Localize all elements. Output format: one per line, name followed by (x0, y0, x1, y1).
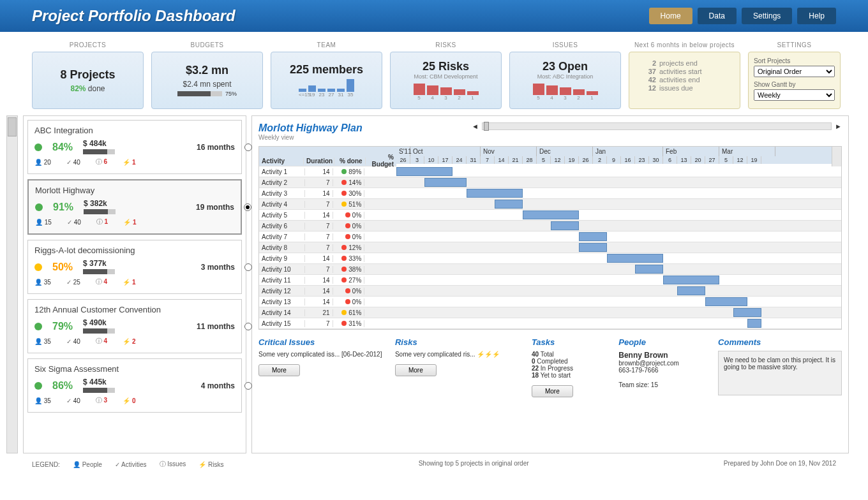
project-card[interactable]: ABC Integration 84% $ 484k 16 months 👤 2… (27, 120, 242, 174)
project-card[interactable]: 12th Annual Customer Convention 79% $ 49… (27, 299, 242, 353)
risk-bars (398, 80, 493, 95)
summary-card: 2projects end37activities start42activit… (629, 52, 740, 109)
gantt-slider[interactable] (482, 122, 832, 130)
people-title: People (618, 337, 705, 347)
gantt-scrollbar[interactable] (832, 147, 841, 166)
issues-label: ISSUES (553, 41, 578, 48)
footer-right: Prepared by John Doe on 19, Nov 2012 (724, 460, 836, 469)
nav-settings[interactable]: Settings (742, 8, 792, 24)
page-title: Project Portfolio Dashboard (32, 7, 236, 25)
detail-panel: Morlott Highway Plan Weekly view ◄ ► Act… (251, 115, 849, 453)
tasks-more-button[interactable]: More (532, 385, 573, 397)
project-radio[interactable] (244, 382, 252, 390)
gantt-prev-icon[interactable]: ◄ (472, 122, 479, 130)
critical-more-button[interactable]: More (258, 364, 300, 376)
project-card[interactable]: Six Sigma Assessment 86% $ 445k 4 months… (27, 358, 242, 413)
issues-card[interactable]: 23 Open Most: ABC Integration 54321 (509, 52, 621, 109)
nav-home[interactable]: Home (649, 8, 692, 24)
budget-bar (177, 91, 222, 96)
comments-title: Comments (718, 337, 842, 347)
project-list: ABC Integration 84% $ 484k 16 months 👤 2… (23, 115, 246, 453)
team-card[interactable]: 225 members <=151923273135 (271, 52, 382, 109)
detail-subtitle: Weekly view (258, 134, 363, 141)
project-radio[interactable] (244, 143, 252, 151)
team-bars (279, 77, 374, 92)
project-radio[interactable] (244, 203, 251, 211)
nav-help[interactable]: Help (797, 8, 836, 24)
legend: LEGEND: 👤 People ✓ Activities ⓘ Issues ⚡… (32, 460, 223, 469)
sort-select[interactable]: Original Order (754, 66, 835, 77)
gantt-chart: Activity Duration % done % Budget S'11Oc… (258, 146, 842, 330)
critical-title: Critical Issues (258, 337, 382, 347)
project-card[interactable]: Morlott Highway 91% $ 382k 19 months 👤 1… (27, 179, 242, 235)
budgets-label: BUDGETS (191, 41, 224, 48)
issue-bars (518, 80, 613, 95)
risks-card[interactable]: 25 Risks Most: CBM Development 54321 (390, 52, 502, 109)
budgets-card[interactable]: $3.2 mn $2.4 mn spent 75% (151, 52, 263, 109)
settings-card: Sort Projects Original Order Show Gantt … (748, 52, 841, 109)
project-radio[interactable] (244, 323, 252, 330)
risks-title: Risks (395, 337, 519, 347)
project-radio[interactable] (244, 263, 252, 271)
project-card[interactable]: Riggs-A-lot decomissioning 50% $ 377k 3 … (27, 240, 242, 294)
gantt-select[interactable]: Weekly (754, 89, 835, 101)
summary-label: Next 6 monhts in below projects (634, 41, 735, 48)
risks-label: RISKS (435, 41, 456, 48)
tasks-title: Tasks (532, 337, 606, 347)
settings-label: SETTINGS (777, 41, 811, 48)
detail-title: Morlott Highway Plan (258, 122, 363, 134)
gantt-next-icon[interactable]: ► (835, 122, 842, 130)
projects-label: PROJECTS (70, 41, 106, 48)
footer-center: Showing top 5 projects in original order (419, 460, 529, 469)
comments-box[interactable]: We need to be clam on this project. It i… (718, 351, 842, 395)
risks-more-button[interactable]: More (395, 364, 437, 376)
nav-data[interactable]: Data (698, 8, 737, 24)
team-label: TEAM (317, 41, 336, 48)
projects-card[interactable]: 8 Projects 82% done (32, 52, 144, 109)
left-scrollbar[interactable] (6, 115, 18, 453)
